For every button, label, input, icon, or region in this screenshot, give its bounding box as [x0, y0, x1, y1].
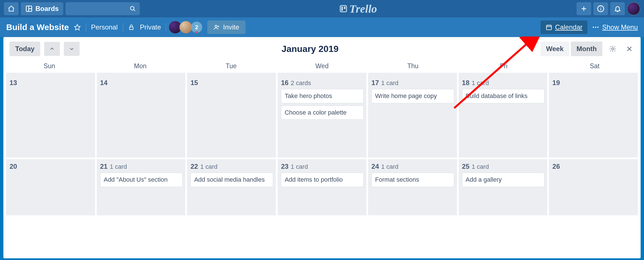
lock-icon [128, 24, 134, 30]
cell-card-count: 1 card [381, 79, 398, 87]
calendar-card[interactable]: Add "About Us" section [100, 173, 183, 187]
week-view-button[interactable]: Week [541, 42, 569, 56]
user-avatar[interactable] [627, 2, 640, 15]
view-toggle: Week Month [541, 42, 602, 56]
gear-icon [609, 45, 616, 53]
calendar-cell[interactable]: 15 [187, 76, 276, 158]
today-button[interactable]: Today [10, 42, 40, 56]
invite-label: Invite [223, 23, 239, 31]
svg-marker-13 [75, 24, 80, 30]
svg-point-12 [600, 7, 601, 8]
calendar-cell[interactable]: 14 [97, 76, 186, 158]
visibility-button[interactable]: Private [128, 23, 161, 31]
month-view-button[interactable]: Month [571, 42, 602, 56]
visibility-label: Private [140, 23, 161, 31]
members: 2 [171, 20, 202, 34]
cell-date: 24 [371, 163, 379, 170]
search-box[interactable] [66, 2, 140, 15]
info-icon [597, 5, 604, 12]
close-button[interactable] [623, 45, 636, 52]
calendar-cell[interactable]: 19 [549, 76, 638, 158]
cell-card-count: 1 card [472, 79, 489, 87]
calendar-cell[interactable]: 231 cardAdd items to portfolio [278, 159, 366, 215]
calendar-card[interactable]: Add a gallery [462, 173, 545, 187]
member-count[interactable]: 2 [191, 22, 202, 33]
svg-point-23 [595, 27, 596, 28]
home-button[interactable] [4, 2, 19, 15]
calendar-cell[interactable]: 221 cardAdd social media handles [187, 159, 276, 215]
calendar-cell[interactable]: 211 cardAdd "About Us" section [97, 159, 186, 215]
menu-dots-icon [593, 26, 599, 29]
calendar-icon [546, 24, 552, 31]
calendar-card[interactable]: Add social media handles [190, 173, 273, 187]
svg-rect-5 [340, 6, 347, 12]
next-button[interactable] [64, 42, 80, 56]
calendar-cell[interactable]: 241 cardFormat sections [368, 159, 457, 215]
notifications-button[interactable] [610, 2, 625, 15]
logo-container: Trello [142, 2, 574, 15]
calendar-cell[interactable]: 26 [549, 159, 638, 215]
home-icon [8, 5, 15, 12]
weekday-mon: Mon [95, 62, 186, 70]
star-icon[interactable] [74, 24, 81, 31]
chevron-up-icon [49, 46, 55, 51]
calendar-card[interactable]: Choose a color palette [281, 106, 364, 120]
calendar-card[interactable]: Write home page copy [371, 89, 454, 103]
calendar-week-row: 131415162 cardsTake hero photosChoose a … [3, 76, 641, 158]
cell-date: 23 [281, 163, 289, 170]
calendar-cell[interactable]: 162 cardsTake hero photosChoose a color … [278, 76, 366, 158]
person-add-icon [213, 24, 220, 30]
calendar-title-wrap: January 2019 [84, 44, 537, 54]
boards-button[interactable]: Boards [21, 2, 63, 15]
boards-icon [25, 5, 33, 12]
calendar-card[interactable]: Format sections [371, 173, 454, 187]
chevron-down-icon [69, 46, 74, 51]
board-title: Build a Website [6, 22, 69, 32]
svg-rect-18 [546, 25, 551, 30]
weekday-thu: Thu [368, 62, 458, 70]
calendar-powerup-button[interactable]: Calendar [541, 20, 587, 34]
weekday-wed: Wed [276, 62, 367, 70]
cell-card-count: 2 cards [291, 79, 311, 87]
svg-point-24 [597, 27, 598, 28]
close-icon [626, 45, 633, 52]
cell-card-count: 1 card [200, 163, 217, 170]
info-button[interactable] [593, 2, 608, 15]
cell-date: 17 [371, 79, 379, 87]
cell-date: 19 [552, 79, 560, 87]
settings-button[interactable] [606, 45, 619, 53]
search-input[interactable] [69, 5, 130, 12]
calendar-card[interactable]: Add items to portfolio [281, 173, 364, 187]
svg-point-25 [612, 48, 614, 50]
cell-date: 25 [462, 163, 470, 170]
calendar-cell[interactable]: 20 [6, 159, 95, 215]
calendar-cell[interactable]: 13 [6, 76, 95, 158]
calendar-cell[interactable]: 171 cardWrite home page copy [368, 76, 457, 158]
show-menu-button[interactable]: Show Menu [593, 23, 638, 31]
divider [166, 23, 166, 31]
calendar-card[interactable]: Take hero photos [281, 89, 364, 103]
cell-card-count: 1 card [472, 163, 489, 170]
app-logo: Trello [339, 2, 377, 15]
search-icon [130, 6, 136, 12]
calendar-toolbar: Today January 2019 Week Month [3, 37, 641, 62]
invite-button[interactable]: Invite [207, 20, 245, 34]
prev-button[interactable] [44, 42, 60, 56]
calendar-cell[interactable]: 181 cardBuild database of links [459, 76, 548, 158]
cell-date: 22 [190, 163, 198, 170]
calendar-week-row: 20211 cardAdd "About Us" section221 card… [3, 159, 641, 215]
boards-label: Boards [35, 5, 59, 13]
weekday-sun: Sun [4, 62, 95, 70]
calendar-powerup-label: Calendar [555, 23, 582, 31]
member-avatar[interactable] [179, 20, 193, 34]
create-button[interactable] [577, 2, 591, 15]
plus-icon [580, 5, 587, 12]
svg-line-4 [133, 10, 135, 11]
svg-rect-7 [344, 7, 346, 9]
cell-date: 18 [462, 79, 470, 87]
divider [123, 23, 123, 31]
weekday-fri: Fri [458, 62, 549, 70]
calendar-cell[interactable]: 251 cardAdd a gallery [459, 159, 548, 215]
calendar-card[interactable]: Build database of links [462, 89, 545, 103]
team-name[interactable]: Personal [91, 23, 118, 31]
